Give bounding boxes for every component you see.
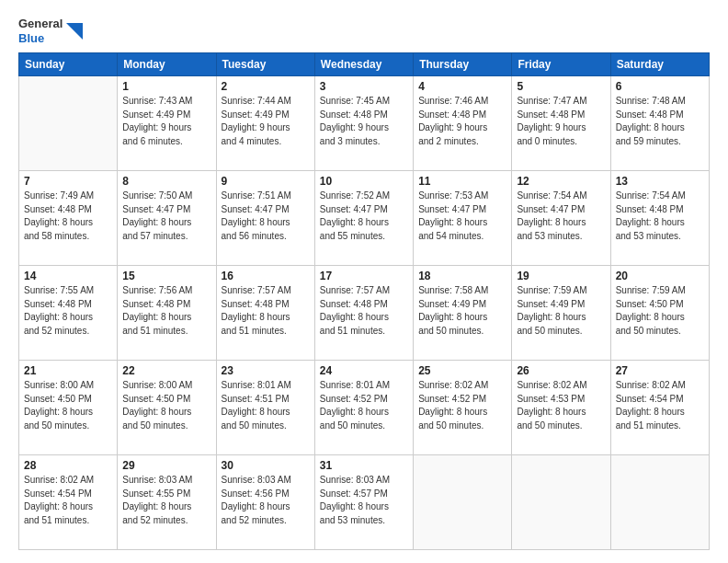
day-info: Sunrise: 7:46 AM Sunset: 4:48 PM Dayligh…: [418, 95, 506, 148]
day-number: 19: [517, 270, 605, 282]
calendar-cell: [414, 455, 512, 550]
day-number: 8: [122, 175, 210, 188]
calendar-cell: 10Sunrise: 7:52 AM Sunset: 4:47 PM Dayli…: [314, 171, 413, 266]
calendar-cell: 2Sunrise: 7:44 AM Sunset: 4:49 PM Daylig…: [216, 76, 314, 171]
calendar-cell: 16Sunrise: 7:57 AM Sunset: 4:48 PM Dayli…: [216, 266, 314, 361]
day-number: 22: [122, 364, 210, 377]
weekday-header-monday: Monday: [118, 53, 216, 76]
day-info: Sunrise: 8:01 AM Sunset: 4:52 PM Dayligh…: [320, 379, 408, 432]
day-number: 20: [616, 270, 704, 282]
day-info: Sunrise: 7:56 AM Sunset: 4:48 PM Dayligh…: [122, 284, 210, 338]
calendar-cell: 3Sunrise: 7:45 AM Sunset: 4:48 PM Daylig…: [314, 76, 413, 171]
day-info: Sunrise: 7:50 AM Sunset: 4:47 PM Dayligh…: [122, 190, 210, 243]
weekday-header-row: SundayMondayTuesdayWednesdayThursdayFrid…: [19, 53, 710, 76]
day-number: 25: [418, 364, 506, 377]
calendar-cell: 1Sunrise: 7:43 AM Sunset: 4:49 PM Daylig…: [118, 76, 216, 171]
calendar-cell: 12Sunrise: 7:54 AM Sunset: 4:47 PM Dayli…: [512, 171, 610, 266]
calendar-cell: 13Sunrise: 7:54 AM Sunset: 4:48 PM Dayli…: [610, 171, 709, 266]
day-number: 24: [320, 364, 408, 377]
calendar-cell: 9Sunrise: 7:51 AM Sunset: 4:47 PM Daylig…: [216, 171, 314, 266]
calendar-cell: 18Sunrise: 7:58 AM Sunset: 4:49 PM Dayli…: [414, 266, 512, 361]
day-info: Sunrise: 8:00 AM Sunset: 4:50 PM Dayligh…: [24, 379, 112, 432]
day-number: 2: [222, 80, 310, 93]
day-number: 11: [418, 175, 506, 188]
day-number: 31: [320, 459, 408, 472]
calendar-cell: 31Sunrise: 8:03 AM Sunset: 4:57 PM Dayli…: [314, 455, 413, 550]
calendar-cell: 19Sunrise: 7:59 AM Sunset: 4:49 PM Dayli…: [512, 266, 610, 361]
day-number: 26: [517, 364, 605, 377]
day-info: Sunrise: 8:02 AM Sunset: 4:54 PM Dayligh…: [24, 474, 112, 527]
day-info: Sunrise: 7:54 AM Sunset: 4:47 PM Dayligh…: [517, 190, 605, 243]
day-number: 15: [122, 270, 210, 282]
calendar-week-5: 28Sunrise: 8:02 AM Sunset: 4:54 PM Dayli…: [19, 455, 710, 550]
day-info: Sunrise: 7:49 AM Sunset: 4:48 PM Dayligh…: [24, 190, 112, 243]
calendar-cell: [19, 76, 118, 171]
day-number: 10: [320, 175, 408, 188]
day-number: 6: [616, 80, 704, 93]
day-info: Sunrise: 7:53 AM Sunset: 4:47 PM Dayligh…: [418, 190, 506, 243]
calendar-week-3: 14Sunrise: 7:55 AM Sunset: 4:48 PM Dayli…: [19, 266, 710, 361]
calendar-cell: 11Sunrise: 7:53 AM Sunset: 4:47 PM Dayli…: [414, 171, 512, 266]
day-number: 18: [418, 270, 506, 282]
day-info: Sunrise: 7:54 AM Sunset: 4:48 PM Dayligh…: [616, 190, 704, 243]
day-info: Sunrise: 8:02 AM Sunset: 4:54 PM Dayligh…: [616, 379, 704, 432]
day-number: 1: [122, 80, 210, 93]
calendar-cell: 22Sunrise: 8:00 AM Sunset: 4:50 PM Dayli…: [118, 361, 216, 455]
weekday-header-tuesday: Tuesday: [216, 53, 314, 76]
calendar-header: SundayMondayTuesdayWednesdayThursdayFrid…: [19, 53, 710, 76]
day-info: Sunrise: 7:45 AM Sunset: 4:48 PM Dayligh…: [320, 95, 408, 148]
calendar-cell: 4Sunrise: 7:46 AM Sunset: 4:48 PM Daylig…: [414, 76, 512, 171]
day-info: Sunrise: 7:51 AM Sunset: 4:47 PM Dayligh…: [222, 190, 310, 243]
logo-text: General Blue: [18, 17, 63, 45]
calendar-cell: 15Sunrise: 7:56 AM Sunset: 4:48 PM Dayli…: [118, 266, 216, 361]
header: General Blue: [18, 17, 710, 45]
day-info: Sunrise: 7:52 AM Sunset: 4:47 PM Dayligh…: [320, 190, 408, 243]
weekday-header-saturday: Saturday: [610, 53, 709, 76]
calendar-cell: 17Sunrise: 7:57 AM Sunset: 4:48 PM Dayli…: [314, 266, 413, 361]
weekday-header-wednesday: Wednesday: [314, 53, 413, 76]
day-info: Sunrise: 8:00 AM Sunset: 4:50 PM Dayligh…: [122, 379, 210, 432]
weekday-header-friday: Friday: [512, 53, 610, 76]
day-number: 16: [222, 270, 310, 282]
day-info: Sunrise: 7:44 AM Sunset: 4:49 PM Dayligh…: [222, 95, 310, 148]
calendar-table: SundayMondayTuesdayWednesdayThursdayFrid…: [18, 52, 710, 550]
day-number: 9: [222, 175, 310, 188]
day-info: Sunrise: 8:02 AM Sunset: 4:53 PM Dayligh…: [517, 379, 605, 432]
calendar-cell: [610, 455, 709, 550]
day-info: Sunrise: 8:01 AM Sunset: 4:51 PM Dayligh…: [222, 379, 310, 432]
day-number: 7: [24, 175, 112, 188]
day-info: Sunrise: 8:03 AM Sunset: 4:57 PM Dayligh…: [320, 474, 408, 527]
logo-general: General: [18, 17, 63, 30]
calendar-cell: 24Sunrise: 8:01 AM Sunset: 4:52 PM Dayli…: [314, 361, 413, 455]
calendar-cell: [512, 455, 610, 550]
day-info: Sunrise: 7:48 AM Sunset: 4:48 PM Dayligh…: [616, 95, 704, 148]
page: General Blue SundayMondayTuesdayWednesda…: [0, 0, 728, 563]
day-number: 28: [24, 459, 112, 472]
day-info: Sunrise: 8:03 AM Sunset: 4:56 PM Dayligh…: [222, 474, 310, 527]
calendar-cell: 6Sunrise: 7:48 AM Sunset: 4:48 PM Daylig…: [610, 76, 709, 171]
calendar-body: 1Sunrise: 7:43 AM Sunset: 4:49 PM Daylig…: [19, 76, 710, 550]
calendar-cell: 25Sunrise: 8:02 AM Sunset: 4:52 PM Dayli…: [414, 361, 512, 455]
day-info: Sunrise: 7:59 AM Sunset: 4:50 PM Dayligh…: [616, 284, 704, 338]
logo: General Blue: [18, 17, 83, 45]
calendar-cell: 14Sunrise: 7:55 AM Sunset: 4:48 PM Dayli…: [19, 266, 118, 361]
weekday-header-thursday: Thursday: [414, 53, 512, 76]
logo-blue: Blue: [18, 31, 44, 45]
day-info: Sunrise: 7:43 AM Sunset: 4:49 PM Dayligh…: [122, 95, 210, 148]
calendar-cell: 7Sunrise: 7:49 AM Sunset: 4:48 PM Daylig…: [19, 171, 118, 266]
day-number: 4: [418, 80, 506, 93]
day-number: 17: [320, 270, 408, 282]
calendar-cell: 30Sunrise: 8:03 AM Sunset: 4:56 PM Dayli…: [216, 455, 314, 550]
calendar-cell: 29Sunrise: 8:03 AM Sunset: 4:55 PM Dayli…: [118, 455, 216, 550]
day-info: Sunrise: 7:47 AM Sunset: 4:48 PM Dayligh…: [517, 95, 605, 148]
calendar-cell: 21Sunrise: 8:00 AM Sunset: 4:50 PM Dayli…: [19, 361, 118, 455]
svg-marker-0: [66, 23, 83, 40]
day-number: 5: [517, 80, 605, 93]
calendar-week-2: 7Sunrise: 7:49 AM Sunset: 4:48 PM Daylig…: [19, 171, 710, 266]
day-number: 27: [616, 364, 704, 377]
calendar-cell: 5Sunrise: 7:47 AM Sunset: 4:48 PM Daylig…: [512, 76, 610, 171]
day-info: Sunrise: 7:57 AM Sunset: 4:48 PM Dayligh…: [222, 284, 310, 338]
day-info: Sunrise: 7:57 AM Sunset: 4:48 PM Dayligh…: [320, 284, 408, 338]
day-info: Sunrise: 8:02 AM Sunset: 4:52 PM Dayligh…: [418, 379, 506, 432]
calendar-week-4: 21Sunrise: 8:00 AM Sunset: 4:50 PM Dayli…: [19, 361, 710, 455]
